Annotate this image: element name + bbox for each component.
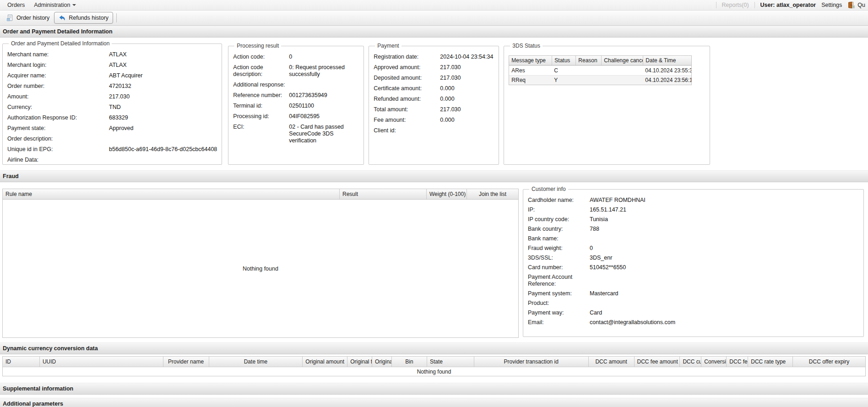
chevron-down-icon <box>72 4 76 6</box>
field-row: Card number:510452**6550 <box>528 264 859 271</box>
exit-door-icon <box>847 1 855 9</box>
menu-settings[interactable]: Settings <box>821 2 842 8</box>
menu-reports[interactable]: Reports(0) <box>722 2 749 8</box>
dcc-section-header: Dynamic currency conversion data <box>0 342 868 354</box>
column-header: Challenge cancel <box>601 56 643 65</box>
field-row: Email:contact@integrallabsolutions.com <box>528 319 859 326</box>
field-row: Currency:TND <box>7 104 217 111</box>
field-row: 3DS/SSL:3DS_enr <box>528 255 859 261</box>
fraud-section-title: Fraud <box>3 173 19 179</box>
fraud-section-header: Fraud <box>0 170 868 182</box>
processing-result-legend: Processing result <box>234 43 281 49</box>
column-header: Result <box>339 189 426 199</box>
field-row: Payment way:Card <box>528 309 859 316</box>
field-row: ECI:02 - Card has passed SecureCode 3DS … <box>233 124 359 144</box>
column-header: Status <box>552 56 575 65</box>
field-row: Terminal id:02501100 <box>233 103 359 109</box>
column-header: Provider name <box>163 357 209 367</box>
dcc-table-header: ID UUID Provider name Date time Original… <box>3 357 865 367</box>
column-header: DCC fee amount <box>634 357 680 367</box>
column-header: Date & Time <box>643 56 691 65</box>
refunds-history-button[interactable]: Refunds history <box>54 12 113 24</box>
field-row: Acquirer name:ABT Acquirer <box>7 72 217 79</box>
threeds-status-fieldset: 3DS Status Message type Status Reason Ch… <box>504 43 710 165</box>
field-row: Approved amount:217.030 <box>374 64 494 71</box>
table-row: ARes C 04.10.2024 23:55:39 <box>509 65 691 75</box>
field-row: Action code:0 <box>233 54 359 60</box>
order-info-legend: Order and Payment Detailed Information <box>9 40 112 47</box>
column-header: Rule name <box>3 189 339 199</box>
menu-administration-label: Administration <box>34 2 70 8</box>
refunds-history-label: Refunds history <box>69 15 108 21</box>
field-row: Certificate amount:0.000 <box>374 85 494 92</box>
toolbar: Order history Refunds history <box>0 11 868 26</box>
column-header: Original amount <box>302 357 347 367</box>
supplemental-section-header: Supplemental information <box>0 383 868 395</box>
threeds-table: Message type Status Reason Challenge can… <box>509 55 692 85</box>
processing-result-fieldset: Processing result Action code:0 Action c… <box>228 43 364 165</box>
customer-info-fieldset: Customer info Cardholder name:AWATEF ROM… <box>523 186 864 337</box>
fraud-content: Rule name Result Weight (0-100) Join the… <box>0 182 868 342</box>
field-row: Airline Data: <box>7 157 217 163</box>
column-header: DCC offer expiry <box>792 357 865 367</box>
payment-legend: Payment <box>375 43 401 49</box>
field-row: Bank name: <box>528 235 859 242</box>
field-row: Deposited amount:217.030 <box>374 75 494 81</box>
menu-administration[interactable]: Administration <box>29 1 81 9</box>
field-row: Cardholder name:AWATEF ROMDHNAI <box>528 197 859 204</box>
menubar: Orders Administration Reports(0) User: a… <box>0 0 868 11</box>
field-row: Fraud weight:0 <box>528 245 859 252</box>
column-header: ID <box>3 357 39 367</box>
field-row: IP country code:Tunisia <box>528 216 859 223</box>
fraud-table: Rule name Result Weight (0-100) Join the… <box>2 189 519 338</box>
separator <box>754 2 755 8</box>
quit-label: Qu <box>857 2 865 8</box>
additional-params-section-header: Additional parameters <box>0 398 868 407</box>
field-row: Payment Account Reference: <box>528 274 859 288</box>
dcc-table: ID UUID Provider name Date time Original… <box>2 356 866 376</box>
column-header: Bin <box>391 357 427 367</box>
column-header: DCC amount <box>588 357 634 367</box>
field-row: Additional response: <box>233 81 359 88</box>
refund-arrow-icon <box>59 14 66 22</box>
field-row: Merchant name:ATLAX <box>7 51 217 58</box>
payment-fieldset: Payment Registration date:2024-10-04 23:… <box>369 43 499 165</box>
column-header: Provider transaction id <box>474 357 588 367</box>
document-icon <box>6 14 14 22</box>
field-row: Refunded amount:0.000 <box>374 96 494 103</box>
column-header: Date time <box>209 357 303 367</box>
column-header: Reason <box>575 56 601 65</box>
user-label: User: atlax_operator <box>760 2 816 8</box>
column-header: Weight (0-100) <box>426 189 467 199</box>
column-header: DCC curr <box>679 357 701 367</box>
dcc-content: ID UUID Provider name Date time Original… <box>0 354 868 380</box>
dcc-section-title: Dynamic currency conversion data <box>3 345 98 352</box>
field-row: Processing id:04IF082595 <box>233 113 359 120</box>
field-row: Merchant login:ATLAX <box>7 62 217 69</box>
menu-orders[interactable]: Orders <box>3 1 29 9</box>
field-row: Registration date:2024-10-04 23:54:34 <box>374 54 494 60</box>
field-row: Client id: <box>374 127 494 134</box>
column-header: Conversi <box>701 357 726 367</box>
column-header: DCC rate type <box>748 357 792 367</box>
main-section-title: Order and Payment Detailed Information <box>3 28 113 35</box>
dcc-table-empty: Nothing found <box>3 367 865 376</box>
field-row: Fee amount:0.000 <box>374 117 494 124</box>
field-row: Action code description:0: Request proce… <box>233 64 359 78</box>
menu-orders-label: Orders <box>7 2 25 8</box>
fraud-table-empty: Nothing found <box>3 200 518 337</box>
field-row: Order number:4720132 <box>7 83 217 90</box>
column-header: State <box>427 357 474 367</box>
field-row: Reference number:001273635949 <box>233 92 359 99</box>
supplemental-section-title: Supplemental information <box>3 385 73 392</box>
order-history-label: Order history <box>16 15 49 21</box>
field-row: IP:165.51.147.21 <box>528 206 859 213</box>
field-row: Authorization Response ID:683329 <box>7 114 217 121</box>
fraud-table-header: Rule name Result Weight (0-100) Join the… <box>3 189 518 200</box>
separator <box>116 13 117 22</box>
quit-button[interactable]: Qu <box>847 1 865 9</box>
field-row: Bank country:788 <box>528 226 859 233</box>
order-history-button[interactable]: Order history <box>2 12 54 24</box>
column-header: DCC fee <box>726 357 748 367</box>
field-row: Unique id in EPG:b56d850c-a691-46d9-8c76… <box>7 146 217 153</box>
